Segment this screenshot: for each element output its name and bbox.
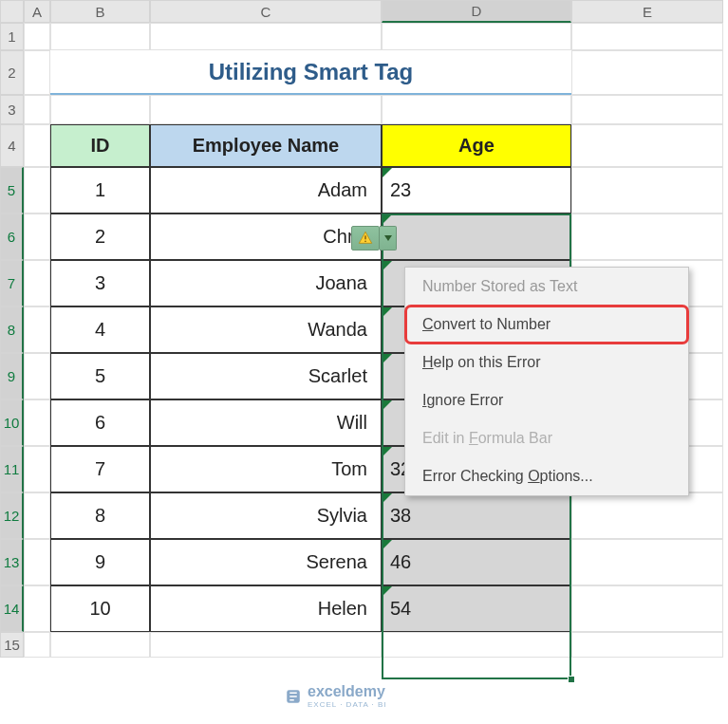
page-title: Utilizing Smart Tag	[50, 50, 571, 95]
cell[interactable]	[382, 23, 571, 50]
cell-id[interactable]: 8	[50, 492, 150, 539]
row-header-5[interactable]: 5	[0, 167, 24, 213]
cell-id[interactable]: 7	[50, 446, 150, 492]
cell[interactable]	[571, 492, 723, 539]
cell-name[interactable]: Chris	[150, 213, 382, 260]
row-header-10[interactable]: 10	[0, 399, 24, 446]
cell[interactable]	[50, 632, 150, 658]
cell[interactable]	[50, 23, 150, 50]
menu-convert-to-number[interactable]: Convert to Number	[405, 306, 688, 343]
row-header-11[interactable]: 11	[0, 446, 24, 492]
cell[interactable]	[571, 167, 723, 213]
menu-edit-formula-bar: Edit in Formula Bar	[405, 419, 688, 457]
cell-id[interactable]: 9	[50, 539, 150, 585]
row-header-3[interactable]: 3	[0, 95, 24, 124]
cell-name[interactable]: Sylvia	[150, 492, 382, 539]
menu-title: Number Stored as Text	[405, 268, 688, 306]
cell[interactable]	[571, 213, 723, 260]
cell-id[interactable]: 1	[50, 167, 150, 213]
menu-help-on-error[interactable]: Help on this Error	[405, 343, 688, 381]
col-header-C[interactable]: C	[150, 0, 382, 23]
cell[interactable]	[24, 539, 50, 585]
col-header-A[interactable]: A	[24, 0, 50, 23]
cell-name[interactable]: Helen	[150, 585, 382, 632]
cell-id[interactable]: 10	[50, 585, 150, 632]
cell-name[interactable]: Wanda	[150, 306, 382, 353]
cell[interactable]	[571, 50, 723, 95]
cell-age[interactable]: 38	[382, 492, 571, 539]
cell-age[interactable]: 23	[382, 167, 571, 213]
cell[interactable]	[150, 23, 382, 50]
cell-id[interactable]: 6	[50, 399, 150, 446]
error-indicator-icon	[383, 400, 392, 410]
fill-handle[interactable]	[568, 676, 575, 683]
cell-age[interactable]: 27	[382, 213, 571, 260]
cell-age[interactable]: 46	[382, 539, 571, 585]
error-indicator-icon	[383, 493, 392, 503]
cell[interactable]	[24, 353, 50, 399]
row-header-7[interactable]: 7	[0, 260, 24, 306]
error-indicator-icon	[383, 447, 392, 456]
warning-icon	[358, 231, 373, 246]
watermark-brand: exceldemy	[308, 683, 385, 699]
cell[interactable]	[24, 446, 50, 492]
row-header-1[interactable]: 1	[0, 23, 24, 50]
cell-id[interactable]: 3	[50, 260, 150, 306]
col-header-E[interactable]: E	[571, 0, 723, 23]
cell-name[interactable]: Adam	[150, 167, 382, 213]
svg-marker-3	[384, 235, 392, 241]
cell[interactable]	[382, 632, 571, 658]
menu-error-checking-options[interactable]: Error Checking Options...	[405, 457, 688, 495]
cell[interactable]	[24, 632, 50, 658]
cell[interactable]	[24, 585, 50, 632]
row-header-15[interactable]: 15	[0, 632, 24, 658]
cell-id[interactable]: 2	[50, 213, 150, 260]
cell[interactable]	[24, 260, 50, 306]
cell[interactable]	[24, 399, 50, 446]
cell[interactable]	[571, 585, 723, 632]
cell-name[interactable]: Serena	[150, 539, 382, 585]
cell[interactable]	[571, 124, 723, 167]
cell-value: 54	[390, 598, 411, 620]
cell[interactable]	[24, 50, 50, 95]
row-header-14[interactable]: 14	[0, 585, 24, 632]
cell-name[interactable]: Will	[150, 399, 382, 446]
menu-ignore-error[interactable]: Ignore Error	[405, 381, 688, 419]
col-header-B[interactable]: B	[50, 0, 150, 23]
cell-value: 46	[390, 551, 411, 573]
smart-tag-button[interactable]	[351, 226, 380, 251]
cell[interactable]	[24, 124, 50, 167]
cell-name[interactable]: Joana	[150, 260, 382, 306]
cell[interactable]	[382, 95, 571, 124]
row-header-12[interactable]: 12	[0, 492, 24, 539]
cell-id[interactable]: 5	[50, 353, 150, 399]
cell-value: 23	[390, 179, 411, 201]
cell[interactable]	[50, 95, 150, 124]
cell[interactable]	[24, 167, 50, 213]
cell-id[interactable]: 4	[50, 306, 150, 353]
cell[interactable]	[150, 95, 382, 124]
cell[interactable]	[24, 213, 50, 260]
smart-tag-dropdown[interactable]	[380, 226, 397, 251]
row-header-8[interactable]: 8	[0, 306, 24, 353]
row-header-13[interactable]: 13	[0, 539, 24, 585]
cell[interactable]	[571, 539, 723, 585]
cell-name[interactable]: Tom	[150, 446, 382, 492]
cell-age[interactable]: 54	[382, 585, 571, 632]
row-header-6[interactable]: 6	[0, 213, 24, 260]
cell[interactable]	[571, 95, 723, 124]
cell[interactable]	[571, 23, 723, 50]
cell[interactable]	[24, 95, 50, 124]
cell[interactable]	[150, 632, 382, 658]
cell[interactable]	[24, 492, 50, 539]
row-header-9[interactable]: 9	[0, 353, 24, 399]
row-header-2[interactable]: 2	[0, 50, 24, 95]
cell[interactable]	[24, 306, 50, 353]
cell[interactable]	[24, 23, 50, 50]
col-header-D[interactable]: D	[382, 0, 571, 23]
cell[interactable]	[571, 632, 723, 658]
select-all-corner[interactable]	[0, 0, 24, 23]
cell-name[interactable]: Scarlet	[150, 353, 382, 399]
watermark-tag: EXCEL · DATA · BI	[308, 700, 387, 709]
row-header-4[interactable]: 4	[0, 124, 24, 167]
